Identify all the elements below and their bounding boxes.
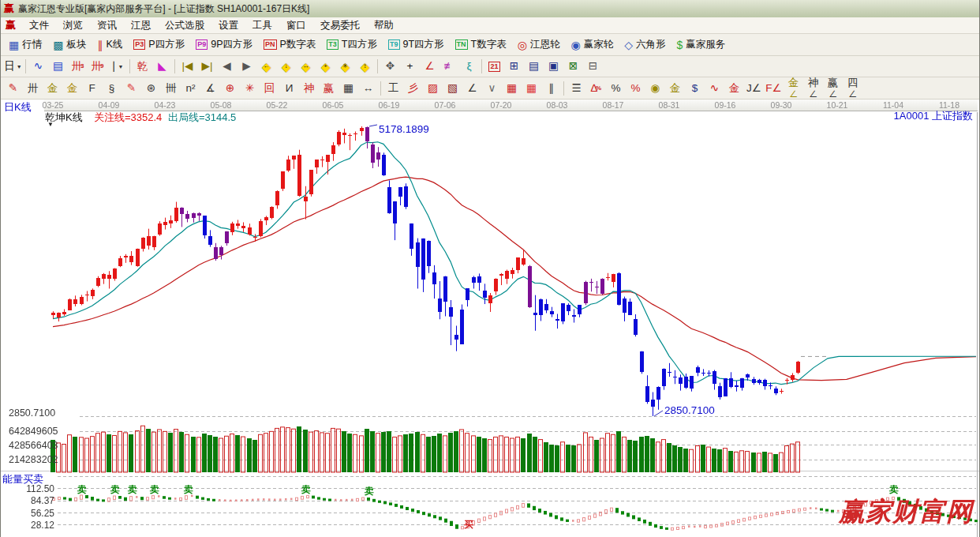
menu-item-公式选股[interactable]: 公式选股 <box>158 18 211 32</box>
toolbar-button-t-square[interactable]: T3T四方形 <box>321 36 383 54</box>
tool-icon-si-angle[interactable]: 四∠ <box>843 80 862 96</box>
tool-icon-angle-lines[interactable]: ∠ <box>462 80 482 96</box>
tool-icon-scale-list[interactable]: ☰ <box>567 80 586 96</box>
tool-icon-red-pen[interactable]: ✎ <box>122 80 141 96</box>
toolbar-button-winner-wheel[interactable]: ◉赢家轮 <box>565 36 619 54</box>
tool-icon-intraday-chart[interactable]: ∿ <box>28 58 48 75</box>
tool-icon-ray-fan[interactable]: 彡 <box>403 80 423 96</box>
tool-icon-ying-angle[interactable]: 赢∠ <box>823 80 843 96</box>
tool-icon-gann-box[interactable]: 工 <box>383 80 403 96</box>
toolbar-button-t-number-table[interactable]: TNT数字表 <box>450 36 512 54</box>
tool-icon-star-burst[interactable]: ✳ <box>240 80 260 96</box>
tool-icon-width-arrows[interactable]: ↔ <box>358 80 378 96</box>
indicator-caret-icon[interactable]: ▼ <box>47 121 54 128</box>
tool-icon-calculator[interactable]: ⊞ <box>504 58 524 75</box>
tool-icon-gold-grid-1[interactable]: 金 <box>43 80 62 96</box>
tool-icon-box-rays[interactable]: ▧ <box>443 80 462 96</box>
tool-icon-comb-lines[interactable]: 卌 <box>161 80 181 96</box>
tool-icon-shen-tool[interactable]: 神 <box>299 80 319 96</box>
tool-icon-period-day-dropdown[interactable]: 日▼ <box>3 58 23 75</box>
tool-icon-red-brush[interactable]: ✎ <box>3 80 23 96</box>
tool-icon-spiral-coil[interactable]: § <box>102 80 122 96</box>
tool-icon-diamond-center[interactable]: ◆+ <box>316 58 335 75</box>
menu-item-交易委托[interactable]: 交易委托 <box>313 18 367 32</box>
tool-icon-red-grid[interactable]: ▦ <box>502 80 522 96</box>
tool-icon-angle-measure[interactable]: ∠ <box>420 58 440 75</box>
tool-icon-f10-info[interactable]: ▤ <box>48 58 68 75</box>
tool-icon-bars-9[interactable]: 卅9 <box>88 58 107 75</box>
tool-icon-notebook[interactable]: ▤ <box>524 58 544 75</box>
tool-icon-f-lines[interactable]: F <box>82 80 102 96</box>
tool-icon-ying-tool[interactable]: 赢 <box>319 80 339 96</box>
tool-icon-bars-3[interactable]: 卅3 <box>68 58 88 75</box>
tool-icon-percent[interactable]: % <box>606 80 626 96</box>
tool-icon-box-fan[interactable]: ▨ <box>423 80 443 96</box>
menu-item-资讯[interactable]: 资讯 <box>90 18 124 32</box>
tool-icon-zigzag[interactable]: И <box>279 80 299 96</box>
tool-icon-last-page[interactable]: ▶| <box>197 58 217 75</box>
tool-icon-lattice-tool[interactable]: ≢ <box>440 58 459 75</box>
tool-icon-send-pc[interactable]: ⊠ <box>563 58 583 75</box>
tool-icon-qiankun-kline[interactable]: 乾 <box>133 58 152 75</box>
tool-icon-gann-circle[interactable]: ⊛ <box>141 80 161 96</box>
toolbar-button-9p-square[interactable]: P99P四方形 <box>190 36 258 54</box>
tool-icon-pan-hand[interactable]: ✥ <box>380 58 400 75</box>
tool-icon-percent-line[interactable]: % <box>626 80 645 96</box>
f10-info-icon: ▤ <box>53 61 63 72</box>
tool-icon-workstation[interactable]: ⊟ <box>583 58 603 75</box>
indicator-axis-4: 28.12 <box>6 520 54 531</box>
tool-icon-gold-levels[interactable]: 金 <box>665 80 685 96</box>
tool-icon-diamond-vertical[interactable]: ◆↕ <box>355 58 375 75</box>
tool-icon-crosshair[interactable]: + <box>400 58 420 75</box>
menu-item-浏览[interactable]: 浏览 <box>56 18 90 32</box>
tool-icon-candle-style-dropdown[interactable]: ∣▼ <box>107 58 127 75</box>
tool-icon-gold-underline[interactable]: 金 <box>724 80 744 96</box>
tool-icon-red-grid-arrow[interactable]: ▦ <box>522 80 541 96</box>
tool-icon-parallel-lines[interactable]: ∥ <box>541 80 561 96</box>
tool-icon-diamond-expand[interactable]: ◆✳ <box>335 58 355 75</box>
tool-icon-first-page[interactable]: |◀ <box>178 58 197 75</box>
tool-icon-percent-triangle[interactable]: ∆% <box>586 80 606 96</box>
tool-icon-prev-page[interactable]: ◀ <box>217 58 237 75</box>
toolbar-button-quotes[interactable]: ▦行情 <box>3 36 47 54</box>
tool-icon-next-page[interactable]: ▶ <box>237 58 256 75</box>
tool-icon-color-indicator[interactable]: ◣ <box>152 58 172 75</box>
tool-icon-dollar-pen[interactable]: $ <box>685 80 705 96</box>
toolbar-button-gann-wheel[interactable]: ◎江恩轮 <box>512 36 566 54</box>
tool-icon-grid-comb[interactable]: 卅 <box>23 80 43 96</box>
kline-chart-canvas[interactable] <box>1 100 980 537</box>
menu-item-文件[interactable]: 文件 <box>22 18 56 32</box>
toolbar-button-winner-service[interactable]: $赢家服务 <box>671 36 731 54</box>
tool-icon-grid-123[interactable]: ▦ <box>339 80 358 96</box>
tool-icon-v-dotted[interactable]: ∨ <box>482 80 502 96</box>
tool-icon-diamond-down[interactable]: ◆↓ <box>276 58 296 75</box>
tool-icon-angle-mirror[interactable]: ∡ <box>200 80 220 96</box>
tool-icon-diamond-horizontal[interactable]: ◆↔ <box>296 58 316 75</box>
menu-item-设置[interactable]: 设置 <box>211 18 245 32</box>
menu-item-窗口[interactable]: 窗口 <box>279 18 313 32</box>
menu-item-帮助[interactable]: 帮助 <box>367 18 401 32</box>
tool-icon-calendar-21[interactable]: 21 <box>484 58 504 75</box>
tool-icon-square-spiral[interactable]: 回 <box>260 80 279 96</box>
tool-icon-gold-angle[interactable]: 金∠ <box>784 80 803 96</box>
title-bar[interactable]: 赢 赢家江恩专业版[赢家内部服务平台] - [上证指数 SH1A0001-167… <box>1 0 979 17</box>
tool-icon-wave-line[interactable]: ∿ <box>705 80 724 96</box>
toolbar-button-p-square[interactable]: P3P四方形 <box>128 36 190 54</box>
tool-icon-circle-cross[interactable]: ⊕ <box>220 80 240 96</box>
toolbar-button-hexagon[interactable]: ◇六角形 <box>619 36 671 54</box>
toolbar-button-p-number-table[interactable]: PNP数字表 <box>258 36 321 54</box>
tool-icon-j-angle[interactable]: J∠ <box>744 80 764 96</box>
tool-icon-shen-angle[interactable]: 神∠ <box>803 80 823 96</box>
tool-icon-gold-circle[interactable]: ◉ <box>645 80 665 96</box>
tool-icon-save[interactable]: ▣ <box>544 58 563 75</box>
tool-icon-n-squared[interactable]: n² <box>181 80 200 96</box>
menu-item-江恩[interactable]: 江恩 <box>124 18 158 32</box>
tool-icon-f-angle[interactable]: F∠ <box>764 80 784 96</box>
toolbar-button-9t-square[interactable]: T99T四方形 <box>383 36 450 54</box>
toolbar-button-sectors[interactable]: ▩板块 <box>47 36 92 54</box>
tool-icon-diamond-left[interactable]: ◆← <box>256 58 276 75</box>
tool-icon-spiral-tool[interactable]: ξ <box>459 58 479 75</box>
tool-icon-gold-grid-2[interactable]: 金 <box>62 80 82 96</box>
toolbar-button-kline[interactable]: ∥K线 <box>92 36 128 54</box>
menu-item-工具[interactable]: 工具 <box>245 18 279 32</box>
